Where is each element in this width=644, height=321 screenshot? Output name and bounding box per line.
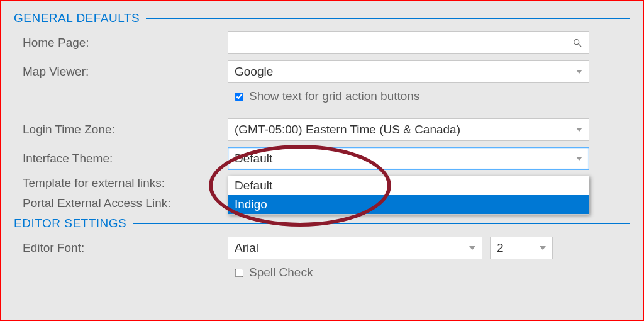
section-title: EDITOR SETTINGS: [14, 217, 126, 230]
editor-font-value: Arial: [235, 241, 469, 255]
portal-ext-label: Portal External Access Link:: [14, 196, 228, 210]
editor-font-label: Editor Font:: [14, 241, 228, 255]
chevron-down-icon: [576, 128, 582, 132]
svg-line-1: [579, 44, 581, 47]
section-rule: [133, 223, 630, 224]
chevron-down-icon: [540, 246, 546, 250]
chevron-down-icon: [576, 157, 582, 160]
grid-text-checkbox[interactable]: [235, 92, 244, 101]
section-title: GENERAL DEFAULTS: [14, 11, 140, 25]
login-tz-label: Login Time Zone:: [14, 123, 228, 137]
chevron-down-icon: [469, 246, 475, 250]
svg-point-0: [574, 40, 579, 45]
interface-theme-label: Interface Theme:: [14, 152, 228, 166]
home-page-input[interactable]: [228, 31, 589, 54]
spell-check-checkbox[interactable]: [235, 268, 244, 277]
interface-theme-value: Default: [235, 152, 576, 166]
template-ext-label: Template for external links:: [14, 176, 228, 190]
home-page-label: Home Page:: [14, 36, 228, 50]
editor-font-size-select[interactable]: 2: [490, 237, 553, 259]
section-header-general: GENERAL DEFAULTS: [14, 11, 630, 25]
section-header-editor: EDITOR SETTINGS: [14, 217, 630, 230]
map-viewer-select[interactable]: Google: [228, 60, 589, 83]
login-tz-select[interactable]: (GMT-05:00) Eastern Time (US & Canada): [228, 118, 589, 141]
theme-option-indigo[interactable]: Indigo: [228, 195, 589, 214]
interface-theme-select[interactable]: Default: [228, 147, 589, 170]
grid-text-label: Show text for grid action buttons: [249, 89, 419, 103]
interface-theme-dropdown[interactable]: Default Indigo: [228, 176, 589, 215]
search-icon[interactable]: [572, 38, 582, 48]
chevron-down-icon: [576, 70, 582, 74]
map-viewer-value: Google: [235, 65, 576, 79]
map-viewer-label: Map Viewer:: [14, 65, 228, 79]
section-rule: [146, 18, 630, 19]
spell-check-label: Spell Check: [249, 266, 313, 279]
theme-option-default[interactable]: Default: [228, 176, 589, 195]
editor-font-size-value: 2: [497, 241, 540, 255]
login-tz-value: (GMT-05:00) Eastern Time (US & Canada): [235, 123, 576, 137]
editor-font-select[interactable]: Arial: [228, 237, 482, 259]
